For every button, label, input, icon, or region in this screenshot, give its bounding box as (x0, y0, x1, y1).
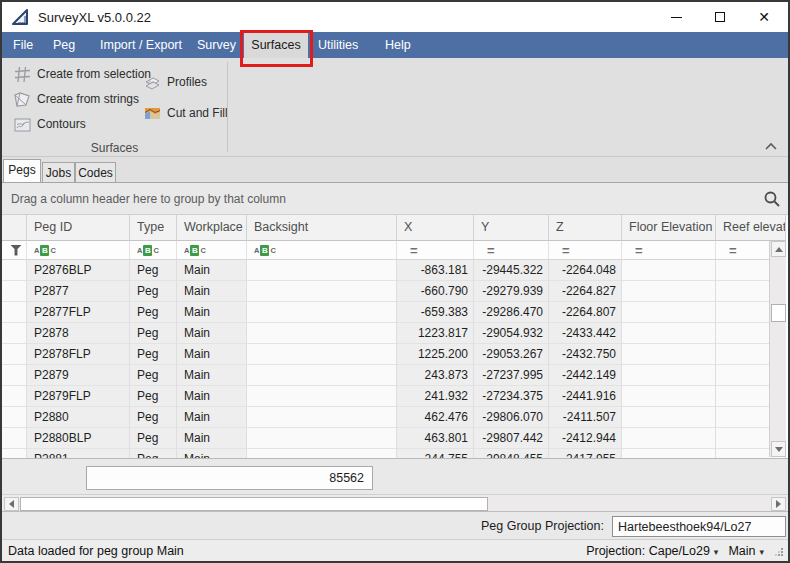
column-header-z[interactable]: Z (549, 215, 622, 241)
column-header-reef[interactable]: Reef elevation (716, 215, 786, 241)
maximize-button[interactable] (698, 2, 742, 32)
cell-y[interactable]: -27237.995 (474, 365, 549, 386)
title-bar[interactable]: SurveyXL v5.0.0.22 ✕ (2, 2, 788, 32)
cell-y[interactable]: -29054.932 (474, 323, 549, 344)
column-header-workplace[interactable]: Workplace (177, 215, 247, 241)
filter-cell-floor[interactable]: = (622, 241, 716, 260)
cell-type[interactable]: Peg (130, 302, 177, 323)
cell-indicator[interactable] (2, 386, 27, 407)
cell-backsight[interactable] (247, 428, 397, 449)
search-icon[interactable] (763, 190, 781, 208)
filter-cell-z[interactable]: = (549, 241, 622, 260)
cell-workplace[interactable]: Main (177, 449, 247, 458)
table-row[interactable]: P2878PegMain1223.817-29054.932-2433.442 (2, 323, 788, 344)
minimize-button[interactable] (654, 2, 698, 32)
table-row[interactable]: P2880PegMain462.476-29806.070-2411.507 (2, 407, 788, 428)
cell-backsight[interactable] (247, 407, 397, 428)
table-row[interactable]: P2880BLPPegMain463.801-29807.442-2412.94… (2, 428, 788, 449)
table-row[interactable]: P2877FLPPegMain-659.383-29286.470-2264.8… (2, 302, 788, 323)
cell-indicator[interactable] (2, 365, 27, 386)
filter-cell-workplace[interactable]: ABC (177, 241, 247, 260)
cell-z[interactable]: -2417.955 (549, 449, 622, 458)
tab-jobs[interactable]: Jobs (42, 162, 75, 182)
scroll-right-button[interactable] (771, 497, 786, 511)
cell-type[interactable]: Peg (130, 407, 177, 428)
menu-peg[interactable]: Peg (53, 32, 75, 58)
cell-z[interactable]: -2433.442 (549, 323, 622, 344)
cell-floor[interactable] (622, 407, 716, 428)
cell-x[interactable]: -660.790 (397, 281, 474, 302)
cell-workplace[interactable]: Main (177, 386, 247, 407)
cell-type[interactable]: Peg (130, 449, 177, 458)
cell-workplace[interactable]: Main (177, 428, 247, 449)
table-row[interactable]: P2876BLPPegMain-863.181-29445.322-2264.0… (2, 260, 788, 281)
collapse-ribbon-button[interactable] (764, 140, 780, 152)
cell-indicator[interactable] (2, 260, 27, 281)
cell-y[interactable]: -29279.939 (474, 281, 549, 302)
table-row[interactable]: P2877PegMain-660.790-29279.939-2264.827 (2, 281, 788, 302)
cell-workplace[interactable]: Main (177, 365, 247, 386)
column-header-floor[interactable]: Floor Elevation (622, 215, 716, 241)
cell-backsight[interactable] (247, 386, 397, 407)
cell-type[interactable]: Peg (130, 344, 177, 365)
cell-y[interactable]: -29445.322 (474, 260, 549, 281)
cell-x[interactable]: 462.476 (397, 407, 474, 428)
cell-peg_id[interactable]: P2877FLP (27, 302, 130, 323)
group-by-panel[interactable]: Drag a column header here to group by th… (2, 183, 788, 215)
cell-x[interactable]: 1223.817 (397, 323, 474, 344)
vertical-scrollbar[interactable] (769, 241, 786, 457)
cell-peg_id[interactable]: P2879 (27, 365, 130, 386)
column-header-x[interactable]: X (397, 215, 474, 241)
menu-survey[interactable]: Survey (197, 32, 236, 58)
cell-peg_id[interactable]: P2879FLP (27, 386, 130, 407)
column-header-indicator[interactable] (2, 215, 27, 241)
cell-z[interactable]: -2411.507 (549, 407, 622, 428)
column-header-backsight[interactable]: Backsight (247, 215, 397, 241)
cell-floor[interactable] (622, 323, 716, 344)
menu-import-export[interactable]: Import / Export (100, 32, 182, 58)
table-row[interactable]: P2881PegMain244.755-29848.455-2417.955 (2, 449, 788, 458)
cell-y[interactable]: -29286.470 (474, 302, 549, 323)
cell-y[interactable]: -29053.267 (474, 344, 549, 365)
column-header-y[interactable]: Y (474, 215, 549, 241)
cell-floor[interactable] (622, 365, 716, 386)
scroll-down-button[interactable] (771, 441, 786, 457)
vertical-scroll-thumb[interactable] (771, 304, 786, 322)
cell-z[interactable]: -2264.048 (549, 260, 622, 281)
cell-peg_id[interactable]: P2877 (27, 281, 130, 302)
cell-backsight[interactable] (247, 449, 397, 458)
cell-floor[interactable] (622, 260, 716, 281)
cell-x[interactable]: 241.932 (397, 386, 474, 407)
cell-indicator[interactable] (2, 449, 27, 458)
table-row[interactable]: P2878FLPPegMain1225.200-29053.267-2432.7… (2, 344, 788, 365)
peg-group-selector[interactable]: Main▾ (728, 544, 764, 558)
cell-x[interactable]: 1225.200 (397, 344, 474, 365)
tab-codes[interactable]: Codes (75, 162, 116, 182)
cell-type[interactable]: Peg (130, 281, 177, 302)
cell-z[interactable]: -2442.149 (549, 365, 622, 386)
cell-z[interactable]: -2432.750 (549, 344, 622, 365)
cell-indicator[interactable] (2, 428, 27, 449)
cell-workplace[interactable]: Main (177, 407, 247, 428)
cell-workplace[interactable]: Main (177, 281, 247, 302)
cell-z[interactable]: -2264.807 (549, 302, 622, 323)
filter-cell-peg_id[interactable]: ABC (27, 241, 130, 260)
resize-grip[interactable] (774, 546, 784, 556)
filter-cell-backsight[interactable]: ABC (247, 241, 397, 260)
filter-cell-y[interactable]: = (474, 241, 549, 260)
cell-floor[interactable] (622, 428, 716, 449)
table-row[interactable]: P2879FLPPegMain241.932-27234.375-2441.91… (2, 386, 788, 407)
cell-peg_id[interactable]: P2880 (27, 407, 130, 428)
cell-indicator[interactable] (2, 323, 27, 344)
cell-workplace[interactable]: Main (177, 260, 247, 281)
horizontal-scrollbar[interactable] (2, 494, 788, 512)
tab-pegs[interactable]: Pegs (3, 159, 41, 182)
cell-backsight[interactable] (247, 344, 397, 365)
cell-x[interactable]: 243.873 (397, 365, 474, 386)
cell-z[interactable]: -2441.916 (549, 386, 622, 407)
filter-cell-x[interactable]: = (397, 241, 474, 260)
cell-peg_id[interactable]: P2876BLP (27, 260, 130, 281)
cell-floor[interactable] (622, 449, 716, 458)
cell-y[interactable]: -29848.455 (474, 449, 549, 458)
filter-cell-indicator[interactable] (2, 241, 27, 260)
